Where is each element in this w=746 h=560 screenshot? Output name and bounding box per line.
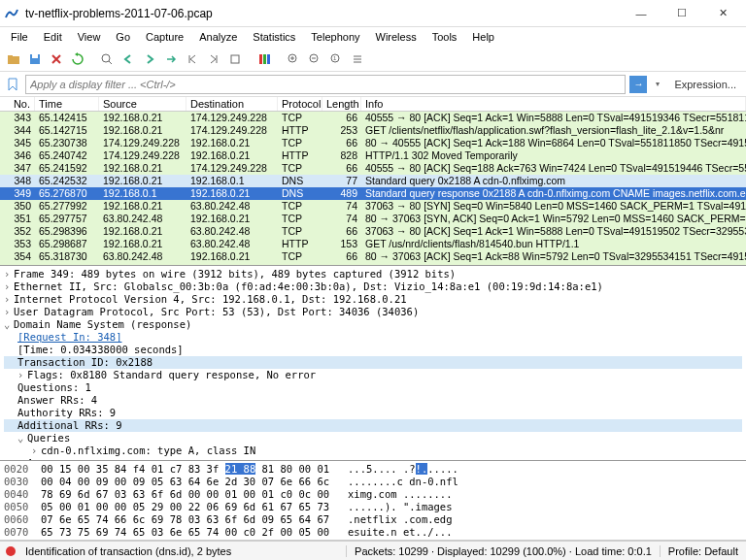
- query-item[interactable]: cdn-0.nflximg.com: type A, class IN: [41, 445, 255, 456]
- filter-dropdown[interactable]: ▾: [651, 76, 664, 93]
- window-title: tv-netflix-problems-2011-07-06.pcap: [25, 7, 622, 20]
- menu-help[interactable]: Help: [465, 29, 501, 45]
- menu-wireless[interactable]: Wireless: [369, 29, 424, 45]
- ip-line[interactable]: Internet Protocol Version 4, Src: 192.16…: [14, 293, 407, 305]
- dns-time: [Time: 0.034338000 seconds]: [17, 344, 184, 355]
- statusbar: Identification of transaction (dns.id), …: [0, 541, 746, 560]
- packet-row[interactable]: 35065.277992192.168.0.2163.80.242.48TCP7…: [0, 200, 746, 213]
- goto-button[interactable]: [161, 49, 181, 69]
- udp-line[interactable]: User Datagram Protocol, Src Port: 53 (53…: [14, 306, 419, 317]
- zoom-in-button[interactable]: [284, 49, 303, 69]
- menu-view[interactable]: View: [71, 29, 108, 45]
- menu-edit[interactable]: Edit: [37, 29, 69, 45]
- bookmark-icon[interactable]: [4, 76, 21, 93]
- dns-line[interactable]: Domain Name System (response): [14, 318, 191, 330]
- menu-capture[interactable]: Capture: [139, 29, 190, 45]
- close-file-button[interactable]: [47, 49, 66, 69]
- additional-rrs: Additional RRs: 9: [17, 419, 121, 431]
- hex-row[interactable]: 0020 00 15 00 35 84 f4 01 c7 83 3f 21 88…: [4, 463, 742, 476]
- svg-text:1: 1: [333, 55, 337, 61]
- menu-go[interactable]: Go: [109, 29, 137, 45]
- packet-list-header: No.TimeSourceDestinationProtocolLengthIn…: [0, 97, 746, 112]
- menu-analyze[interactable]: Analyze: [192, 29, 244, 45]
- colorize-button[interactable]: [254, 49, 274, 69]
- col-no[interactable]: No.: [0, 97, 35, 111]
- packet-row[interactable]: 35365.298687192.168.0.2163.80.242.48HTTP…: [0, 238, 746, 250]
- expert-info-icon[interactable]: [6, 546, 16, 556]
- svg-rect-0: [8, 56, 19, 64]
- menu-file[interactable]: File: [4, 29, 35, 45]
- zoom-out-button[interactable]: [305, 49, 324, 69]
- status-left: Identification of transaction (dns.id), …: [21, 545, 346, 557]
- wireshark-icon: [4, 6, 19, 21]
- frame-line[interactable]: Frame 349: 489 bytes on wire (3912 bits)…: [14, 268, 456, 280]
- packet-row[interactable]: 35265.298396192.168.0.2163.80.242.48TCP6…: [0, 225, 746, 238]
- first-button[interactable]: [183, 49, 202, 69]
- packet-row[interactable]: 34865.242532192.168.0.21192.168.0.1DNS77…: [0, 175, 746, 187]
- svg-point-4: [102, 54, 110, 62]
- questions-count: Questions: 1: [17, 381, 91, 393]
- transaction-id[interactable]: Transaction ID: 0x2188: [17, 356, 153, 368]
- menu-tools[interactable]: Tools: [425, 29, 464, 45]
- col-time[interactable]: Time: [35, 97, 99, 111]
- packet-row[interactable]: 34365.142415192.168.0.21174.129.249.228T…: [0, 112, 746, 124]
- svg-rect-3: [32, 54, 38, 58]
- maximize-button[interactable]: ☐: [662, 3, 701, 24]
- prev-button[interactable]: [119, 49, 138, 69]
- request-in-link[interactable]: [Request In: 348]: [17, 331, 121, 343]
- hex-row[interactable]: 0070 65 73 75 69 74 65 03 6e 65 74 00 c0…: [4, 526, 742, 539]
- hex-row[interactable]: 0060 07 6e 65 74 66 6c 69 78 03 63 6f 6d…: [4, 513, 742, 526]
- col-destination[interactable]: Destination: [186, 97, 278, 111]
- hex-row[interactable]: 0030 00 04 00 09 00 09 05 63 64 6e 2d 30…: [4, 476, 742, 488]
- packet-row[interactable]: 34465.142715192.168.0.21174.129.249.228H…: [0, 124, 746, 137]
- eth-line[interactable]: Ethernet II, Src: Globalsc_00:3b:0a (f0:…: [14, 280, 603, 292]
- packet-row[interactable]: 34765.241592192.168.0.21174.129.249.228T…: [0, 162, 746, 175]
- answer-rrs: Answer RRs: 4: [17, 394, 97, 406]
- hex-row[interactable]: 0040 78 69 6d 67 03 63 6f 6d 00 00 01 00…: [4, 488, 742, 501]
- status-profile[interactable]: Profile: Default: [660, 545, 746, 557]
- hex-row[interactable]: 0050 05 00 01 00 00 05 29 00 22 06 69 6d…: [4, 501, 742, 513]
- packet-details: ›Frame 349: 489 bytes on wire (3912 bits…: [0, 266, 746, 461]
- expression-button[interactable]: Expression...: [668, 79, 742, 90]
- packet-list: No.TimeSourceDestinationProtocolLengthIn…: [0, 97, 746, 266]
- hex-pane: 0020 00 15 00 35 84 f4 01 c7 83 3f 21 88…: [0, 461, 746, 541]
- zoom-reset-button[interactable]: 1: [326, 49, 346, 69]
- status-packets: Packets: 10299 · Displayed: 10299 (100.0…: [346, 545, 660, 557]
- packet-row[interactable]: 35465.31873063.80.242.48192.168.0.21TCP6…: [0, 250, 746, 263]
- svg-rect-1: [8, 55, 13, 57]
- svg-rect-8: [267, 54, 270, 64]
- close-button[interactable]: ✕: [703, 3, 742, 24]
- packet-row[interactable]: 34665.240742174.129.249.228192.168.0.21H…: [0, 149, 746, 162]
- svg-rect-6: [259, 54, 262, 64]
- open-button[interactable]: [4, 49, 23, 69]
- save-button[interactable]: [25, 49, 45, 69]
- toolbar: 1: [0, 47, 746, 72]
- packet-row[interactable]: 35165.29775763.80.242.48192.168.0.21TCP7…: [0, 213, 746, 225]
- resize-columns-button[interactable]: [348, 49, 367, 69]
- apply-filter-button[interactable]: →: [629, 76, 647, 93]
- queries-node[interactable]: Queries: [27, 432, 70, 444]
- find-button[interactable]: [97, 49, 117, 69]
- svg-rect-7: [263, 54, 266, 64]
- minimize-button[interactable]: —: [622, 3, 661, 24]
- menubar: FileEditViewGoCaptureAnalyzeStatisticsTe…: [0, 27, 746, 47]
- next-button[interactable]: [140, 49, 159, 69]
- menu-statistics[interactable]: Statistics: [246, 29, 302, 45]
- authority-rrs: Authority RRs: 9: [17, 407, 116, 418]
- packet-row[interactable]: 34565.230738174.129.249.228192.168.0.21T…: [0, 137, 746, 149]
- autoscroll-button[interactable]: [225, 49, 245, 69]
- col-info[interactable]: Info: [361, 97, 746, 111]
- col-protocol[interactable]: Protocol: [278, 97, 322, 111]
- display-filter-input[interactable]: [25, 75, 626, 94]
- dns-flags[interactable]: Flags: 0x8180 Standard query response, N…: [27, 369, 316, 380]
- reload-button[interactable]: [68, 49, 87, 69]
- col-length[interactable]: Length: [322, 97, 361, 111]
- col-source[interactable]: Source: [99, 97, 186, 111]
- packet-row[interactable]: 34965.276870192.168.0.1192.168.0.21DNS48…: [0, 187, 746, 200]
- svg-rect-5: [231, 55, 239, 63]
- last-button[interactable]: [204, 49, 223, 69]
- menu-telephony[interactable]: Telephony: [304, 29, 366, 45]
